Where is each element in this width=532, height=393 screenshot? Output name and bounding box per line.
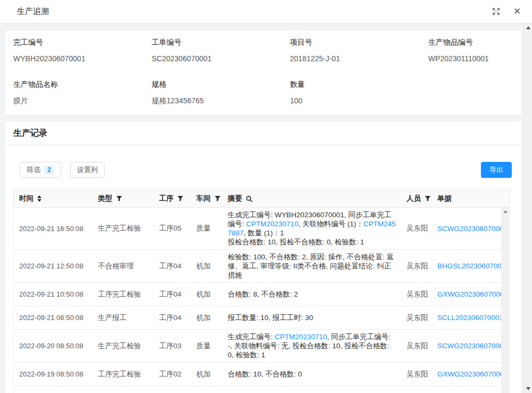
records-section-title: 生产记录 xyxy=(5,121,521,145)
filter-icon[interactable] xyxy=(425,195,431,202)
cell-type: 生产完工检验 xyxy=(98,224,159,233)
export-button-label: 导出 xyxy=(489,165,503,175)
header-doc-label: 单据 xyxy=(437,194,452,203)
summary-link[interactable]: CPTM20230710 xyxy=(275,333,327,341)
window-controls: ✕ xyxy=(491,7,522,17)
table-body-rows: 2022-09-21 16:50:08生产完工检验工序05质量生成完工编号: W… xyxy=(14,208,502,393)
close-icon: ✕ xyxy=(513,7,521,16)
field-value: 规格123456765 xyxy=(152,96,290,106)
cell-summary: 报工数量: 10, 报工工时: 30 xyxy=(228,313,401,322)
page-scrollbar[interactable] xyxy=(523,23,532,393)
cell-time: 2022-09-21 12:50:08 xyxy=(14,262,98,270)
info-field-product-no: 生产物品编号 WP202301110001 xyxy=(428,38,524,64)
header-type[interactable]: 类型 xyxy=(98,194,159,203)
cell-workshop: 机加 xyxy=(196,313,228,323)
filter-count-badge: 2 xyxy=(44,166,54,174)
cell-workshop: 质量 xyxy=(196,341,228,351)
info-field-project-no: 项目号 20181225-J-01 xyxy=(290,38,428,64)
doc-link[interactable]: GXWG202306070001 xyxy=(437,290,502,298)
header-process[interactable]: 工序 xyxy=(159,194,196,203)
field-label: 生产物品编号 xyxy=(428,38,524,47)
cell-time: 2022-09-21 08:50:08 xyxy=(14,314,98,322)
header-time[interactable]: 时间 xyxy=(14,194,98,203)
header-person[interactable]: 人员 xyxy=(401,194,437,203)
filter-icon[interactable] xyxy=(177,195,184,202)
doc-link[interactable]: SCWG202306070001 xyxy=(437,225,502,233)
field-value: SC202306070001 xyxy=(152,54,290,63)
cell-doc: GXWG202306070001 xyxy=(437,290,502,298)
dialog-title: 生产追溯 xyxy=(17,6,49,17)
table-row: 2022-09-21 16:50:08生产完工检验工序05质量生成完工编号: W… xyxy=(14,208,502,250)
records-table: 时间 类型 工序 车间 摘要 xyxy=(13,190,510,393)
field-value: WYBH202306070001 xyxy=(13,54,152,63)
column-settings-button[interactable]: 设置列 xyxy=(70,162,105,178)
production-trace-dialog: { "dialog": { "title": "生产追溯" }, "info":… xyxy=(0,0,532,393)
info-field-quantity: 数量 100 xyxy=(290,80,428,108)
doc-link[interactable]: SCWG202306070002 xyxy=(437,342,502,350)
header-workshop-label: 车间 xyxy=(196,194,211,203)
cell-type: 生产完工检验 xyxy=(98,341,159,351)
cell-summary: 合格数: 10, 不合格数: 0 xyxy=(228,370,401,379)
cell-process: 工序03 xyxy=(159,341,196,351)
field-label: 数量 xyxy=(290,80,428,89)
fullscreen-button[interactable] xyxy=(491,7,501,17)
scroll-up-arrow-icon[interactable] xyxy=(526,26,530,29)
scroll-down-arrow-icon[interactable] xyxy=(526,387,530,390)
sort-icon[interactable] xyxy=(37,195,41,202)
cell-time: 2022-09-21 10:50:08 xyxy=(14,290,98,298)
cell-person: 吴东阳 xyxy=(401,224,437,233)
cell-time: 2022-09-19 08:50:08 xyxy=(14,370,98,378)
cell-doc: BHGSL202306070001 xyxy=(437,262,502,270)
cell-workshop: 机加 xyxy=(196,261,228,271)
export-button[interactable]: 导出 xyxy=(481,162,512,178)
header-time-label: 时间 xyxy=(19,194,34,203)
table-row: 2022-09-19 08:50:08工序完工检验工序02机加合格数: 10, … xyxy=(14,363,502,386)
header-summary-label: 摘要 xyxy=(228,194,242,203)
header-type-label: 类型 xyxy=(98,194,112,203)
doc-link[interactable]: SCLL202306070001 xyxy=(437,314,502,322)
table-scrollbar[interactable] xyxy=(501,208,509,393)
field-value: 20181225-J-01 xyxy=(290,54,428,63)
table-body: 2022-09-21 16:50:08生产完工检验工序05质量生成完工编号: W… xyxy=(13,208,510,393)
header-summary[interactable]: 摘要 xyxy=(228,194,401,203)
cell-time: 2022-09-21 16:50:08 xyxy=(14,225,98,233)
field-value: 膜片 xyxy=(13,96,152,106)
cell-summary: 合格数: 8, 不合格数: 2 xyxy=(228,290,401,299)
doc-link[interactable]: BHGSL202306070001 xyxy=(437,262,502,270)
field-value: WP202301110001 xyxy=(428,54,524,63)
table-row: 2022-09-20 08:50:08生产完工检验工序03质量生成完工编号: C… xyxy=(14,330,502,363)
table-row: 2022-09-21 12:50:08不合格审理工序04机加检验数: 100, … xyxy=(14,250,502,283)
cell-time: 2022-09-20 08:50:08 xyxy=(14,342,98,350)
info-field-workorder-no: 工单编号 SC202306070001 xyxy=(152,38,290,64)
cell-summary: 生成完工编号: WYBH202306070001, 同步工单完工编号: CPTM… xyxy=(228,210,401,247)
cell-type: 工序完工检验 xyxy=(98,290,159,299)
cell-process: 工序04 xyxy=(159,261,196,271)
cell-workshop: 机加 xyxy=(196,370,228,379)
header-workshop[interactable]: 车间 xyxy=(196,194,228,203)
close-button[interactable]: ✕ xyxy=(512,7,522,17)
field-label: 规格 xyxy=(152,80,290,89)
search-icon[interactable] xyxy=(246,195,253,202)
table-row: 2022-09-21 10:50:08工序完工检验工序04机加合格数: 8, 不… xyxy=(14,283,502,306)
doc-link[interactable]: GXWG202306070002 xyxy=(437,370,502,378)
info-field-product-name: 生产物品名称 膜片 xyxy=(13,80,152,108)
field-label: 生产物品名称 xyxy=(13,80,152,89)
summary-link[interactable]: CPTM20230710 xyxy=(246,220,298,228)
filter-icon[interactable] xyxy=(214,195,221,202)
cell-process: 工序04 xyxy=(159,290,196,299)
dialog-titlebar: 生产追溯 ✕ xyxy=(0,0,532,23)
cell-process: 工序05 xyxy=(159,224,196,233)
cell-process: 工序04 xyxy=(159,313,196,323)
filter-icon[interactable] xyxy=(116,195,122,202)
filter-button[interactable]: 筛选 2 xyxy=(20,162,61,178)
table-header-row: 时间 类型 工序 车间 摘要 xyxy=(13,190,510,208)
table-scroll-up-arrow-icon[interactable] xyxy=(503,210,508,213)
cell-type: 生产报工 xyxy=(98,313,159,323)
cell-workshop: 质量 xyxy=(196,224,228,233)
production-info-panel: 完工编号 WYBH202306070001 工单编号 SC20230607000… xyxy=(5,31,521,114)
cell-process: 工序02 xyxy=(159,370,196,379)
filter-button-label: 筛选 xyxy=(27,165,40,175)
cell-summary: 生成完工编号: CPTM20230710, 同步工单完工编号: -, 关联物料编… xyxy=(228,332,401,359)
cell-type: 工序完工检验 xyxy=(98,370,159,379)
header-person-label: 人员 xyxy=(406,194,421,203)
